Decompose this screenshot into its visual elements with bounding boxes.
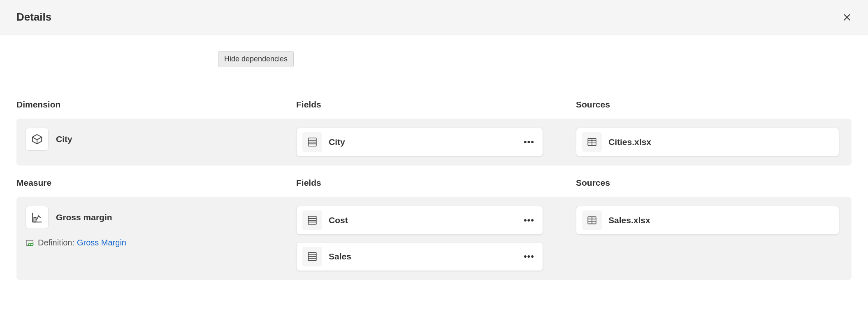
- field-item[interactable]: Sales •••: [296, 242, 543, 271]
- measure-item: Gross margin: [26, 206, 296, 229]
- field-name: Cost: [329, 215, 348, 225]
- field-name: Sales: [329, 252, 351, 261]
- ellipsis-icon: •••: [524, 215, 534, 225]
- toolbar: Hide dependencies: [0, 35, 868, 67]
- spreadsheet-icon: [582, 132, 602, 152]
- measure-name: Gross margin: [56, 212, 112, 222]
- close-icon: [842, 13, 852, 22]
- measure-section-headers: Measure Fields Sources: [0, 166, 868, 193]
- source-name: Sales.xlsx: [608, 215, 650, 225]
- field-item[interactable]: Cost •••: [296, 206, 543, 235]
- dimension-row: City City •••: [16, 119, 852, 166]
- cube-icon: [26, 128, 49, 151]
- fields-header-2: Fields: [296, 178, 576, 188]
- link-icon: [26, 238, 35, 247]
- dimension-name: City: [56, 134, 72, 144]
- ellipsis-icon: •••: [524, 137, 534, 147]
- measure-column: Gross margin Definition: Gross Margin: [26, 206, 296, 247]
- chart-icon: [26, 206, 49, 229]
- sources-header: Sources: [576, 100, 852, 110]
- details-title: Details: [16, 11, 51, 23]
- measure-definition: Definition: Gross Margin: [26, 238, 296, 247]
- dimension-sources: Cities.xlsx: [576, 128, 842, 156]
- source-name: Cities.xlsx: [608, 137, 651, 147]
- spreadsheet-icon: [582, 210, 602, 230]
- field-more-button[interactable]: •••: [521, 213, 537, 227]
- measure-row: Gross margin Definition: Gross Margin: [16, 197, 852, 280]
- dimension-header: Dimension: [16, 100, 296, 110]
- fields-header: Fields: [296, 100, 576, 110]
- field-icon: [302, 210, 322, 230]
- field-item[interactable]: City •••: [296, 128, 543, 156]
- field-icon: [302, 132, 322, 152]
- close-button[interactable]: [842, 13, 852, 22]
- definition-label: Definition:: [38, 238, 74, 247]
- measure-header: Measure: [16, 178, 296, 188]
- source-item[interactable]: Cities.xlsx: [576, 128, 839, 156]
- dimension-section-headers: Dimension Fields Sources: [0, 87, 868, 114]
- sources-header-2: Sources: [576, 178, 852, 188]
- measure-fields: Cost ••• Sales •••: [296, 206, 576, 271]
- svg-marker-2: [32, 135, 42, 140]
- dimension-fields: City •••: [296, 128, 576, 156]
- dimension-item: City: [26, 128, 296, 151]
- field-name: City: [329, 137, 345, 147]
- definition-link[interactable]: Gross Margin: [77, 238, 126, 247]
- field-more-button[interactable]: •••: [521, 135, 537, 149]
- details-header: Details: [0, 0, 868, 35]
- ellipsis-icon: •••: [524, 251, 534, 261]
- source-item[interactable]: Sales.xlsx: [576, 206, 839, 235]
- field-icon: [302, 247, 322, 266]
- field-more-button[interactable]: •••: [521, 250, 537, 264]
- hide-dependencies-button[interactable]: Hide dependencies: [218, 51, 294, 67]
- measure-sources: Sales.xlsx: [576, 206, 842, 235]
- svg-rect-12: [34, 217, 36, 222]
